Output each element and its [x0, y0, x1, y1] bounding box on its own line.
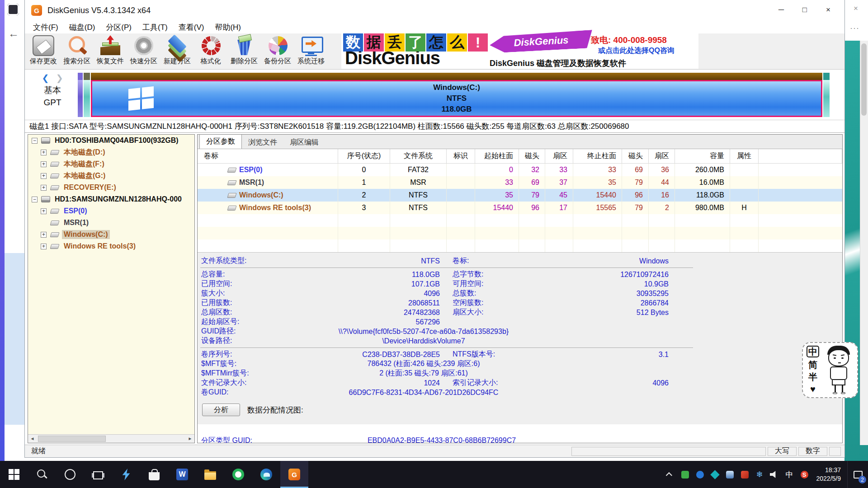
taskbar-file-explorer-button[interactable]	[196, 461, 224, 488]
collapse-icon[interactable]: −	[32, 138, 38, 144]
tree-item-windows-c[interactable]: +Windows(C:)	[28, 229, 194, 240]
taskbar-diskgenius-button[interactable]: G	[280, 461, 308, 488]
taskbar-task-view-button[interactable]	[84, 461, 112, 488]
expand-icon[interactable]: +	[41, 185, 47, 191]
tray-qq-icon[interactable]	[722, 461, 737, 488]
taskbar-edge-button[interactable]	[252, 461, 280, 488]
toolbar-button-backup-partition[interactable]: 备份分区	[261, 33, 294, 69]
toolbar-button-save[interactable]: 保存更改	[27, 33, 60, 69]
close-button[interactable]: ×	[816, 3, 840, 17]
background-close-icon[interactable]: ×	[848, 3, 863, 14]
taskbar-bolt-app-button[interactable]	[112, 461, 140, 488]
tree-item-本地磁盘-g[interactable]: +本地磁盘(G:)	[28, 170, 194, 182]
detail-label: NTFS版本号:	[440, 350, 515, 359]
expand-icon[interactable]: +	[41, 161, 47, 167]
taskbar-store-button[interactable]	[140, 461, 168, 488]
tree-item-windows-re-tools-3[interactable]: +Windows RE tools(3)	[28, 240, 194, 252]
taskbar-cortana-button[interactable]	[56, 461, 84, 488]
table-row-windows-c[interactable]: Windows(C:)2NTFS357945154409616118.0GB	[198, 189, 842, 202]
ad-banner[interactable]: DiskGenius数据丢了怎么!DiskGenius致电: 400-008-9…	[341, 30, 698, 69]
tab-分区参数[interactable]: 分区参数	[199, 134, 242, 149]
tray-green-app-icon[interactable]	[678, 461, 693, 488]
toolbar-button-quick-partition[interactable]: 快速分区	[127, 33, 160, 69]
partition-block-windows[interactable]: Windows(C:) NTFS 118.0GB	[91, 73, 822, 117]
scrollbar-thumb[interactable]	[38, 436, 106, 442]
collapse-icon[interactable]: −	[32, 197, 38, 202]
tree-item-label: MSR(1)	[62, 218, 90, 227]
menu-item-分区-p[interactable]: 分区(P)	[100, 21, 137, 33]
tray-red-app-icon[interactable]	[737, 461, 752, 488]
taskbar-green-browser-button[interactable]	[224, 461, 252, 488]
expand-icon[interactable]: +	[41, 244, 47, 249]
menu-item-工具-t[interactable]: 工具(T)	[137, 21, 173, 33]
detail-label: 扇区大小:	[440, 308, 515, 317]
expand-icon[interactable]: +	[41, 173, 47, 179]
detail-label: 卷GUID:	[198, 388, 274, 397]
tree-item-label: HD1:SAMSUNGMZNLN128HAHQ-000	[53, 195, 184, 204]
tab-扇区编辑[interactable]: 扇区编辑	[283, 136, 325, 149]
expand-icon[interactable]: +	[41, 208, 47, 214]
tree-horizontal-scrollbar[interactable]: ◄ ►	[28, 434, 194, 443]
tree-item-hd0-toshibamq04abf100-932gb[interactable]: −HD0:TOSHIBAMQ04ABF100(932GB)	[28, 135, 194, 146]
tray-red-s-app-icon[interactable]: S	[797, 461, 812, 488]
expand-icon[interactable]: +	[41, 150, 47, 155]
back-arrow-icon[interactable]: ←	[8, 27, 19, 40]
menu-item-文件-f[interactable]: 文件(F)	[28, 21, 64, 33]
table-row-windows-re-tools-3[interactable]: Windows RE tools(3)3NTFS1544096171556579…	[198, 202, 842, 214]
partition-block-re-tools[interactable]	[823, 73, 830, 117]
menu-item-磁盘-d[interactable]: 磁盘(D)	[64, 21, 101, 33]
partition-icon	[50, 232, 59, 237]
taskbar-start-button[interactable]	[0, 461, 28, 488]
disk-icon	[41, 196, 50, 202]
tree-item-esp-0[interactable]: +ESP(0)	[28, 205, 194, 217]
taskbar-word-button[interactable]: W	[168, 461, 196, 488]
toolbar-button-system-migrate[interactable]: 系统迁移	[294, 33, 328, 69]
toolbar-button-recover-file[interactable]: 恢复文件	[94, 33, 127, 69]
expand-icon[interactable]: +	[41, 232, 47, 238]
table-row-msr-1[interactable]: MSR(1)1MSR33693735794416.0MB	[198, 176, 842, 189]
tree-item-msr-1[interactable]: MSR(1)	[28, 217, 194, 229]
menu-item-帮助-h[interactable]: 帮助(H)	[209, 21, 246, 33]
tree-item-本地磁盘-f[interactable]: +本地磁盘(F:)	[28, 158, 194, 170]
partition-block-esp[interactable]	[78, 73, 83, 117]
toolbar-button-format[interactable]: 格式化	[194, 33, 227, 69]
tray-volume-icon[interactable]	[767, 461, 782, 488]
column-header: 磁头	[519, 149, 545, 163]
scroll-right-arrow-icon[interactable]: ►	[186, 435, 194, 443]
tray-teal-app-icon[interactable]	[708, 461, 722, 488]
next-disk-arrow-icon[interactable]: ❯	[56, 73, 63, 83]
toolbar-button-new-partition[interactable]: 新建分区	[160, 33, 194, 69]
banner-qq-link[interactable]: 或点击此处选择QQ咨询	[598, 46, 675, 56]
tree-item-hd1-samsungmznln128hahq-000[interactable]: −HD1:SAMSUNGMZNLN128HAHQ-000	[28, 193, 194, 205]
sticker-char: 半	[808, 371, 817, 383]
window-title: DiskGenius V5.4.3.1342 x64	[47, 6, 151, 15]
taskbar-search-button[interactable]	[28, 461, 56, 488]
tray-snowflake-icon[interactable]: ❄	[752, 461, 767, 488]
toolbar-button-delete-partition[interactable]: 删除分区	[227, 33, 261, 69]
tree-item-recovery-e[interactable]: +RECOVERY(E:)	[28, 182, 194, 193]
background-overflow-icon[interactable]: ···	[850, 23, 859, 33]
cell	[447, 176, 475, 189]
analyze-button[interactable]: 分析	[202, 404, 240, 416]
tray-ime-chinese-icon[interactable]: 中	[782, 461, 797, 488]
toolbar-button-search-partition[interactable]: 搜索分区	[60, 33, 94, 69]
minimize-button[interactable]: ─	[769, 3, 793, 17]
search-icon	[36, 469, 48, 480]
start-icon	[9, 469, 19, 480]
partition-block-msr[interactable]	[84, 73, 90, 117]
tab-浏览文件[interactable]: 浏览文件	[242, 136, 283, 149]
allocation-map-label: 数据分配情况图:	[247, 405, 303, 415]
menu-item-查看-v[interactable]: 查看(V)	[173, 21, 210, 33]
tray-blue-app-icon[interactable]	[693, 461, 708, 488]
maximize-button[interactable]: □	[793, 3, 816, 17]
scroll-left-arrow-icon[interactable]: ◄	[28, 435, 37, 443]
taskbar-clock[interactable]: 18:37 2022/5/9	[812, 466, 848, 483]
prev-disk-arrow-icon[interactable]: ❮	[42, 73, 49, 83]
table-row-esp-0[interactable]: ESP(0)0FAT3203233336936260.0MB	[198, 164, 842, 176]
column-header: 磁头	[622, 149, 649, 163]
action-center-button[interactable]: 2	[847, 461, 868, 488]
tree-item-本地磁盘-d[interactable]: +本地磁盘(D:)	[28, 146, 194, 158]
background-scrollbar-thumb[interactable]	[861, 43, 867, 116]
tray-hidden-icons-icon[interactable]	[663, 461, 678, 488]
word-icon: W	[176, 469, 188, 480]
